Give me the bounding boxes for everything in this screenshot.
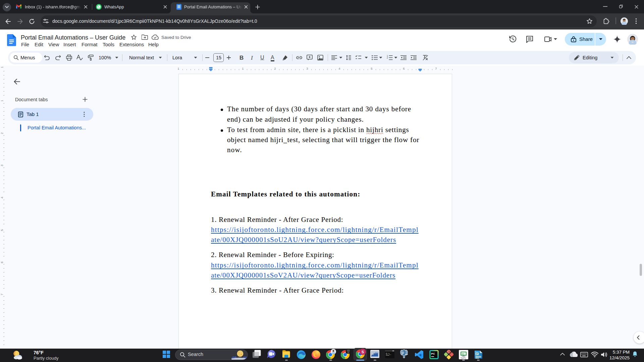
svg-text:GC: GC	[462, 353, 465, 355]
svg-text:C:\_: C:\_	[386, 353, 391, 355]
svg-text:2: 2	[387, 57, 388, 59]
svg-text:TaskPro: TaskPro	[461, 357, 466, 359]
svg-text:PC: PC	[431, 352, 435, 355]
svg-text:S: S	[362, 350, 364, 354]
